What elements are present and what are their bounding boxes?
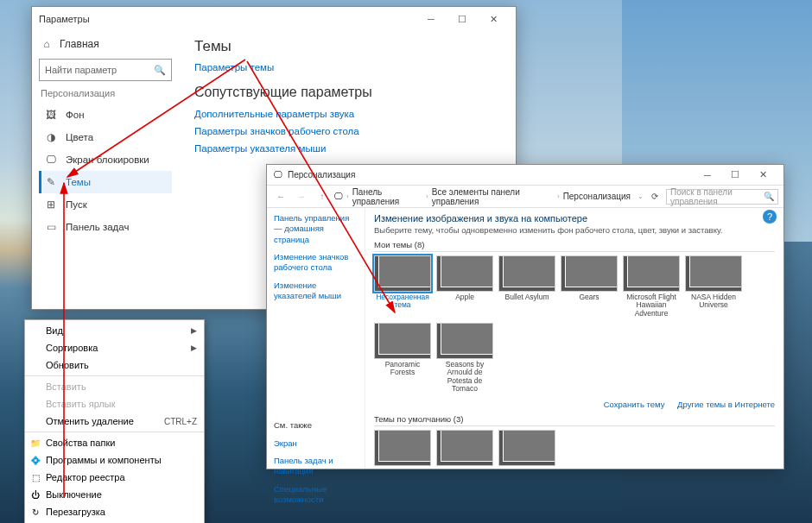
nav-label: Панель задач	[66, 222, 129, 232]
theme-item[interactable]: Apple	[436, 255, 493, 318]
sound-params-link[interactable]: Дополнительные параметры звука	[194, 109, 500, 119]
ctx-icon: ↻	[29, 507, 42, 517]
theme-item[interactable]: Seasons by Arnould de Potesta de Tomaco	[436, 323, 493, 393]
theme-thumbnail	[498, 430, 555, 466]
nav-label: Темы	[66, 177, 91, 187]
maximize-button[interactable]: ☐	[447, 7, 478, 31]
related-heading: Сопутствующие параметры	[194, 85, 500, 100]
other-themes-link[interactable]: Другие темы в Интернете	[677, 400, 775, 409]
sidebar-item-2[interactable]: 🖵Экран блокировки	[39, 148, 172, 171]
ctx-label: Вставить ярлык	[46, 399, 197, 409]
theme-item[interactable]	[436, 430, 493, 466]
cpl-search-input[interactable]: Поиск в панели управления 🔍	[666, 189, 778, 205]
close-button[interactable]: ✕	[749, 165, 777, 186]
nav-label: Фон	[66, 110, 85, 120]
ctx-item-9[interactable]: 💠Программы и компоненты	[25, 451, 204, 469]
sidebar-item-1[interactable]: ◑Цвета	[39, 126, 172, 148]
settings-search-placeholder: Найти параметр	[45, 65, 117, 75]
ctx-label: Свойства папки	[46, 438, 197, 448]
cpl-also-display[interactable]: Экран	[274, 438, 358, 449]
cpl-also-access[interactable]: Специальные возможности	[274, 484, 358, 506]
ctx-item-1[interactable]: Сортировка▶	[25, 339, 204, 356]
theme-caption: Seasons by Arnould de Potesta de Tomaco	[436, 361, 493, 393]
ctx-item-10[interactable]: ⬚Редактор реестра	[25, 469, 204, 486]
theme-item[interactable]: Panoramic Forests	[374, 323, 431, 393]
theme-thumbnail	[374, 323, 431, 359]
help-button[interactable]: ?	[763, 210, 777, 224]
cpl-subheading: Выберите тему, чтобы одновременно измени…	[374, 225, 775, 235]
theme-item[interactable]	[498, 430, 555, 466]
crumb-2[interactable]: Персонализация	[563, 192, 631, 201]
theme-item[interactable]: Gears	[561, 255, 618, 318]
nav-icon: 🖵	[45, 154, 57, 166]
minimize-button[interactable]: ─	[694, 165, 721, 186]
sidebar-item-4[interactable]: ⊞Пуск	[39, 193, 172, 216]
theme-item[interactable]	[374, 430, 431, 466]
ctx-item-5: Вставить ярлык	[25, 395, 204, 413]
minimize-button[interactable]: ─	[416, 7, 447, 31]
ctx-item-6[interactable]: Отменить удалениеCTRL+Z	[25, 413, 204, 430]
cpl-heading: Изменение изображения и звука на компьют…	[374, 213, 775, 224]
pointer-params-link[interactable]: Параметры указателя мыши	[194, 143, 500, 154]
chevron-down-icon[interactable]: ⌄	[638, 192, 644, 200]
theme-thumbnail	[498, 255, 555, 292]
sidebar-item-0[interactable]: 🖼Фон	[39, 104, 172, 126]
ctx-icon: ⏻	[29, 490, 42, 500]
ctx-item-0[interactable]: Вид▶	[25, 322, 204, 339]
theme-caption: Bullet Asylum	[498, 293, 555, 301]
theme-thumbnail	[436, 430, 493, 466]
theme-item[interactable]: NASA Hidden Universe	[685, 255, 742, 318]
sidebar-item-3[interactable]: ✎Темы	[39, 171, 172, 193]
crumb-0[interactable]: Панель управления	[352, 187, 422, 206]
nav-icon: 🖼	[45, 109, 57, 121]
cpl-also-taskbar[interactable]: Панель задач и навигация	[274, 456, 358, 477]
forward-button[interactable]: →	[293, 188, 310, 205]
ctx-item-4: Вставить	[25, 378, 204, 395]
ctx-icon: ⬚	[29, 473, 42, 482]
cpl-search-placeholder: Поиск в панели управления	[670, 187, 764, 206]
back-button[interactable]: ←	[272, 188, 289, 205]
ctx-icon: 💠	[29, 456, 42, 465]
search-icon: 🔍	[764, 192, 774, 201]
cpl-link-icons[interactable]: Изменение значков рабочего стола	[274, 252, 358, 274]
chevron-right-icon: ▶	[191, 343, 197, 352]
theme-item[interactable]: Microsoft Flight Hawaiian Adventure	[623, 255, 680, 318]
theme-caption: Несохраненная тема	[374, 293, 431, 310]
ctx-icon: 📁	[29, 438, 42, 448]
save-theme-link[interactable]: Сохранить тему	[604, 400, 665, 409]
maximize-button[interactable]: ☐	[721, 165, 749, 186]
home-button[interactable]: ⌂ Главная	[39, 35, 172, 54]
home-label: Главная	[60, 38, 99, 50]
ctx-item-12[interactable]: ↻Перезагрузка	[25, 503, 204, 520]
ctx-item-11[interactable]: ⏻Выключение	[25, 486, 204, 503]
nav-label: Экран блокировки	[66, 154, 149, 165]
breadcrumb[interactable]: 🖵 › Панель управления › Все элементы пан…	[334, 187, 644, 206]
theme-item[interactable]: Несохраненная тема	[374, 255, 431, 318]
settings-search-input[interactable]: Найти параметр 🔍	[39, 59, 172, 81]
nav-icon: ✎	[45, 176, 57, 188]
crumb-1[interactable]: Все элементы панели управления	[432, 187, 554, 206]
my-themes-header: Мои темы (8)	[374, 240, 775, 252]
sidebar-item-5[interactable]: ▭Панель задач	[39, 216, 172, 238]
theme-thumbnail	[623, 255, 680, 292]
ctx-label: Выключение	[46, 489, 197, 500]
desktop-icons-link[interactable]: Параметры значков рабочего стола	[194, 126, 500, 136]
search-icon: 🔍	[154, 65, 166, 76]
up-button[interactable]: ↑	[314, 188, 331, 205]
monitor-icon: 🖵	[334, 192, 343, 201]
theme-item[interactable]: Bullet Asylum	[498, 255, 555, 318]
ctx-item-8[interactable]: 📁Свойства папки	[25, 434, 204, 451]
ctx-item-2[interactable]: Обновить	[25, 356, 204, 374]
theme-params-link[interactable]: Параметры темы	[194, 62, 500, 72]
ctx-label: Отменить удаление	[46, 416, 164, 426]
cpl-home-link[interactable]: Панель управления — домашняя страница	[274, 213, 358, 245]
cpl-navbar: ← → ↑ 🖵 › Панель управления › Все элемен…	[267, 186, 783, 208]
cpl-link-pointers[interactable]: Изменение указателей мыши	[274, 280, 358, 302]
close-button[interactable]: ✕	[478, 7, 509, 31]
ctx-shortcut: CTRL+Z	[164, 417, 197, 426]
ctx-label: Редактор реестра	[46, 472, 197, 482]
theme-caption: Panoramic Forests	[374, 361, 431, 377]
refresh-button[interactable]: ⟳	[647, 192, 663, 201]
chevron-right-icon: ▶	[191, 326, 197, 335]
nav-label: Пуск	[66, 199, 87, 210]
